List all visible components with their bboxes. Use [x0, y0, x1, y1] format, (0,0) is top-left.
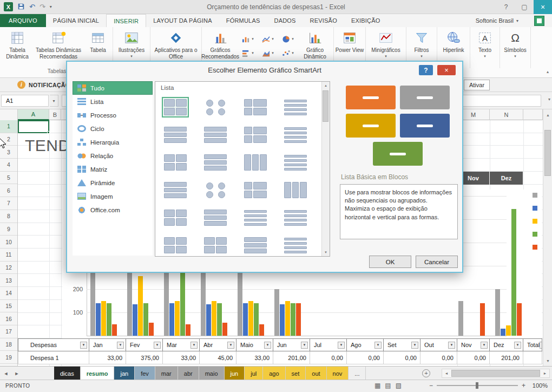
row-header[interactable]: 17: [0, 325, 17, 338]
row-header[interactable]: 16: [0, 312, 17, 325]
table-header-cell[interactable]: Dez ▼: [490, 338, 523, 351]
window-help-button[interactable]: ?: [497, 0, 515, 14]
table-cell[interactable]: 0,00: [384, 351, 420, 364]
smartart-thumbnail[interactable]: [162, 207, 189, 228]
row-header[interactable]: 9: [0, 223, 17, 236]
sheet-tab[interactable]: jul: [245, 367, 263, 380]
normal-view-icon[interactable]: ▦: [374, 382, 380, 389]
name-box-caret-icon[interactable]: ▾: [50, 95, 58, 107]
table-cell[interactable]: 0,00: [457, 351, 490, 364]
row-header[interactable]: 14: [0, 287, 17, 300]
smartart-category[interactable]: Office.com: [73, 203, 153, 217]
horizontal-scroll-thumb[interactable]: [451, 370, 540, 377]
smartart-category[interactable]: Tudo: [73, 81, 153, 95]
smartart-thumbnail[interactable]: [242, 152, 269, 173]
row-header[interactable]: 10: [0, 236, 17, 249]
table-cell[interactable]: Despesa 1: [18, 351, 89, 364]
insert-bar-chart-button[interactable]: ▾: [238, 46, 258, 60]
table-cell[interactable]: 201,00: [273, 351, 310, 364]
sheet-tab[interactable]: set: [286, 367, 306, 380]
table-header-cell[interactable]: Ago ▼: [347, 338, 384, 351]
filter-dropdown-button[interactable]: ▼: [514, 342, 521, 349]
qat-customize-icon[interactable]: ▾: [50, 4, 52, 9]
table-header-cell[interactable]: Despesas ▼: [18, 338, 89, 351]
insert-pie-chart-button[interactable]: ▾: [278, 32, 298, 46]
sheet-tab[interactable]: resumo: [81, 367, 115, 380]
row-header[interactable]: 13: [0, 274, 17, 287]
row-header[interactable]: 12: [0, 262, 17, 275]
dialog-title-bar[interactable]: Escolher Elemento Gráfico SmartArt: [67, 62, 462, 78]
table-cell[interactable]: 0,00: [420, 351, 457, 364]
activate-button[interactable]: Ativar: [464, 80, 490, 90]
formula-bar-expand-icon[interactable]: ▾: [548, 97, 550, 102]
smartart-thumbnail[interactable]: [202, 235, 229, 255]
collapse-ribbon-icon[interactable]: ▴: [547, 69, 549, 74]
zoom-slider-thumb[interactable]: [476, 382, 478, 389]
smartart-thumbnail[interactable]: [282, 207, 309, 228]
smartart-category[interactable]: Lista: [73, 95, 153, 108]
month-header-cell[interactable]: Dez: [490, 172, 523, 185]
tab-arquivo[interactable]: ARQUIVO: [0, 14, 46, 27]
filter-dropdown-button[interactable]: ▼: [227, 342, 234, 349]
table-header-cell[interactable]: Abr ▼: [200, 338, 236, 351]
table-header-cell[interactable]: Out ▼: [420, 338, 457, 351]
smartart-thumbnail[interactable]: [242, 235, 269, 255]
smartart-thumbnail[interactable]: [202, 125, 229, 145]
smartart-thumbnail[interactable]: [162, 152, 189, 173]
scroll-down-icon[interactable]: ▼: [322, 249, 330, 256]
filter-dropdown-button[interactable]: ▼: [301, 342, 308, 349]
layout-scroll-thumb[interactable]: [323, 90, 328, 122]
redo-icon[interactable]: ↷: [40, 3, 45, 10]
fill-handle[interactable]: [47, 131, 50, 134]
zoom-level[interactable]: 100%: [529, 382, 548, 389]
ribbon-tab[interactable]: LAYOUT DA PÁGINA: [146, 14, 219, 27]
zoom-in-icon[interactable]: +: [522, 382, 525, 389]
smartart-thumbnail[interactable]: [162, 180, 189, 200]
page-layout-view-icon[interactable]: ▤: [385, 382, 391, 389]
ribbon-tab[interactable]: PÁGINA INICIAL: [46, 14, 106, 27]
row-header[interactable]: 6: [0, 184, 17, 197]
insert-scatter-chart-button[interactable]: ▾: [278, 46, 298, 60]
table-cell[interactable]: 33,00: [236, 351, 273, 364]
sheet-nav-left-icon[interactable]: ◄: [1, 367, 11, 380]
filter-dropdown-button[interactable]: ▼: [117, 342, 124, 349]
filter-dropdown-button[interactable]: ▼: [80, 342, 87, 349]
row-header[interactable]: 2: [0, 133, 17, 146]
row-header[interactable]: 5: [0, 172, 17, 185]
smartart-thumbnail[interactable]: [282, 125, 309, 145]
row-header[interactable]: 19: [0, 351, 17, 364]
filter-dropdown-button[interactable]: ▼: [448, 342, 455, 349]
sheet-tab[interactable]: ...: [349, 367, 366, 380]
ribbon-tab[interactable]: DADOS: [267, 14, 303, 27]
row-header[interactable]: 8: [0, 210, 17, 223]
scroll-down-icon[interactable]: ▼: [543, 356, 552, 365]
smartart-category[interactable]: Relação: [73, 149, 153, 162]
save-icon[interactable]: [17, 3, 25, 11]
smartart-thumbnail[interactable]: [202, 180, 229, 200]
smartart-thumbnail[interactable]: [282, 235, 309, 255]
sheet-tab[interactable]: out: [306, 367, 326, 380]
column-header-a[interactable]: A: [18, 109, 49, 120]
smartart-thumbnail[interactable]: [162, 125, 189, 145]
account-avatar[interactable]: [534, 16, 544, 26]
filter-dropdown-button[interactable]: ▼: [540, 342, 542, 349]
scroll-up-icon[interactable]: ▲: [543, 110, 552, 119]
column-header-b[interactable]: B: [49, 109, 61, 120]
table-cell[interactable]: 201,00: [490, 351, 523, 364]
layout-panel-scrollbar[interactable]: ▲ ▼: [321, 82, 330, 256]
smartart-category[interactable]: Imagem: [73, 190, 153, 203]
dialog-help-button[interactable]: ?: [419, 65, 433, 75]
sheet-tab[interactable]: abr: [178, 367, 199, 380]
row-header[interactable]: 15: [0, 300, 17, 313]
vertical-scroll-thumb[interactable]: [544, 130, 551, 176]
row-header[interactable]: 3: [0, 146, 17, 159]
table-cell[interactable]: 45,00: [200, 351, 236, 364]
row-header[interactable]: 7: [0, 197, 17, 210]
symbols-button[interactable]: Ω Símbolos ▾: [501, 27, 529, 68]
smartart-category[interactable]: Ciclo: [73, 122, 153, 135]
table-header-cell[interactable]: Total ▼: [523, 338, 542, 351]
sheet-nav-right-icon[interactable]: ►: [12, 367, 22, 380]
table-cell[interactable]: [523, 351, 542, 364]
table-header-cell[interactable]: Mar ▼: [163, 338, 200, 351]
zoom-slider[interactable]: [437, 385, 518, 386]
